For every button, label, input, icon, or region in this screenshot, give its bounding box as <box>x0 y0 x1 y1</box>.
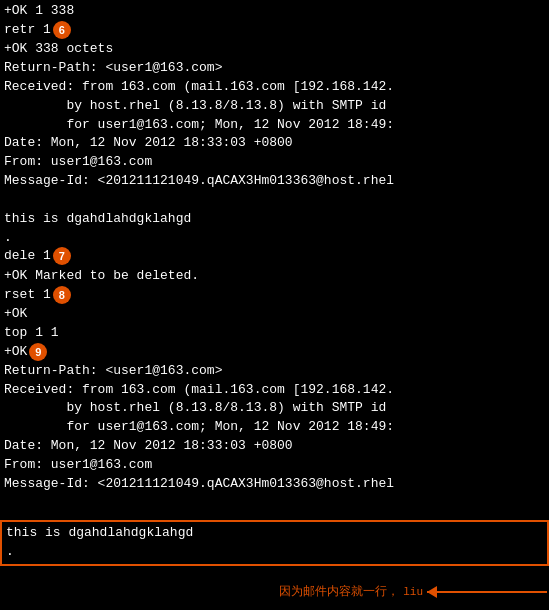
line-11 <box>4 191 545 210</box>
line-21: Received: from 163.com (mail.163.com [19… <box>4 381 545 400</box>
line-26: Message-Id: <201211121049.qACAX3Hm013363… <box>4 475 545 494</box>
line-18: top 1 1 <box>4 324 545 343</box>
line-1: +OK 1 338 <box>4 2 545 21</box>
line-9: From: user1@163.com <box>4 153 545 172</box>
line-16: rset 18 <box>4 286 545 305</box>
line-25: From: user1@163.com <box>4 456 545 475</box>
line-2: retr 16 <box>4 21 545 40</box>
annotation-text: 因为邮件内容就一行， <box>279 583 399 600</box>
line-7: for user1@163.com; Mon, 12 Nov 2012 18:4… <box>4 116 545 135</box>
badge-8: 8 <box>53 286 71 304</box>
highlight-box: this is dgahdlahdgklahgd . <box>0 520 549 566</box>
highlight-line-2: . <box>6 543 543 562</box>
line-6: by host.rhel (8.13.8/8.13.8) with SMTP i… <box>4 97 545 116</box>
line-10: Message-Id: <201211121049.qACAX3Hm013363… <box>4 172 545 191</box>
line-20: Return-Path: <user1@163.com> <box>4 362 545 381</box>
line-13: . <box>4 229 545 248</box>
line-4: Return-Path: <user1@163.com> <box>4 59 545 78</box>
line-8: Date: Mon, 12 Nov 2012 18:33:03 +0800 <box>4 134 545 153</box>
annotation-area: 因为邮件内容就一行，liu <box>279 583 547 600</box>
line-12: this is dgahdlahdgklahgd <box>4 210 545 229</box>
badge-6: 6 <box>53 21 71 39</box>
highlight-line-1: this is dgahdlahdgklahgd <box>6 524 543 543</box>
line-22: by host.rhel (8.13.8/8.13.8) with SMTP i… <box>4 399 545 418</box>
line-23: for user1@163.com; Mon, 12 Nov 2012 18:4… <box>4 418 545 437</box>
badge-7: 7 <box>53 247 71 265</box>
line-24: Date: Mon, 12 Nov 2012 18:33:03 +0800 <box>4 437 545 456</box>
terminal: +OK 1 338 retr 16 +OK 338 octets Return-… <box>0 0 549 610</box>
arrow-line <box>427 591 547 593</box>
line-19: +OK9 <box>4 343 545 362</box>
liuyu-watermark: liu <box>403 586 423 598</box>
line-5: Received: from 163.com (mail.163.com [19… <box>4 78 545 97</box>
line-17: +OK <box>4 305 545 324</box>
badge-9: 9 <box>29 343 47 361</box>
line-14: dele 17 <box>4 247 545 266</box>
line-3: +OK 338 octets <box>4 40 545 59</box>
line-15: +OK Marked to be deleted. <box>4 267 545 286</box>
